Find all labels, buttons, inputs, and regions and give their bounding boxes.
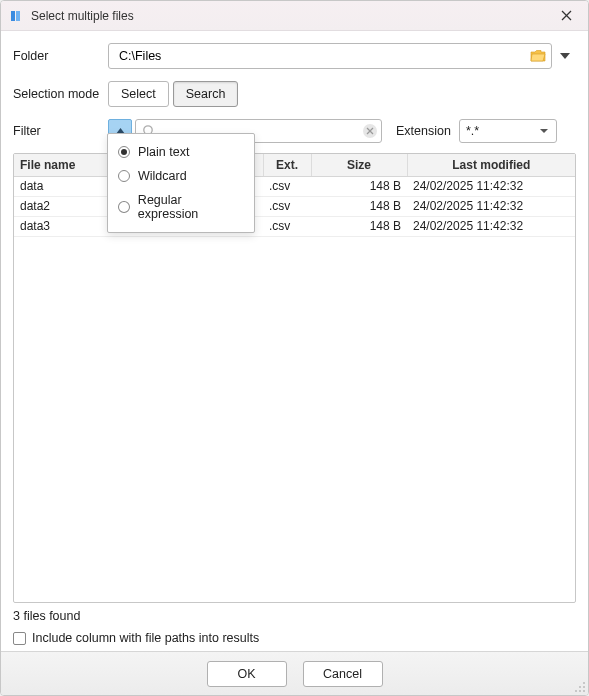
table-row[interactable]: data2 .csv 148 B 24/02/2025 11:42:32	[14, 196, 575, 216]
dialog-footer: OK Cancel	[1, 651, 588, 695]
selection-mode-search[interactable]: Search	[173, 81, 239, 107]
cell-ext: .csv	[263, 216, 311, 236]
filter-clear-icon[interactable]	[363, 124, 377, 138]
checkbox-icon	[13, 632, 26, 645]
status-text: 3 files found	[13, 609, 576, 623]
filter-option-label: Plain text	[138, 145, 189, 159]
filter-row: Filter Extension *.*	[13, 119, 576, 143]
window-title: Select multiple files	[31, 9, 552, 23]
selection-mode-select[interactable]: Select	[108, 81, 169, 107]
folder-browse-icon[interactable]	[529, 47, 547, 65]
selection-mode-buttons: Select Search	[108, 81, 238, 107]
table-row[interactable]: data3 .csv 148 B 24/02/2025 11:42:32	[14, 216, 575, 236]
include-paths-label: Include column with file paths into resu…	[32, 631, 259, 645]
filter-option-label: Regular expression	[138, 193, 244, 221]
cell-size: 148 B	[311, 216, 407, 236]
file-table-wrap: File name Ext. Size Last modified data .…	[13, 153, 576, 603]
ok-button[interactable]: OK	[207, 661, 287, 687]
cell-last-modified: 24/02/2025 11:42:32	[407, 176, 575, 196]
cell-ext: .csv	[263, 176, 311, 196]
col-ext[interactable]: Ext.	[263, 154, 311, 176]
extension-select[interactable]: *.*	[459, 119, 557, 143]
svg-point-8	[583, 682, 585, 684]
filter-option-wildcard[interactable]: Wildcard	[108, 164, 254, 188]
cell-size: 148 B	[311, 196, 407, 216]
radio-icon	[118, 170, 130, 182]
include-paths-checkbox[interactable]: Include column with file paths into resu…	[13, 631, 576, 645]
folder-input-wrap	[108, 43, 552, 69]
folder-menu-chevron[interactable]	[554, 53, 576, 59]
filter-option-plain-text[interactable]: Plain text	[108, 140, 254, 164]
table-row[interactable]: data .csv 148 B 24/02/2025 11:42:32	[14, 176, 575, 196]
svg-point-13	[583, 690, 585, 692]
cancel-button[interactable]: Cancel	[303, 661, 383, 687]
cell-ext: .csv	[263, 196, 311, 216]
extension-label: Extension	[396, 124, 451, 138]
dialog-window: Select multiple files Folder	[0, 0, 589, 696]
file-table-header-row: File name Ext. Size Last modified	[14, 154, 575, 176]
svg-rect-1	[16, 11, 20, 21]
filter-option-regex[interactable]: Regular expression	[108, 188, 254, 226]
svg-rect-0	[11, 11, 15, 21]
folder-input[interactable]	[117, 44, 527, 68]
selection-mode-label: Selection mode	[13, 87, 108, 101]
filter-type-popup: Plain text Wildcard Regular expression	[107, 133, 255, 233]
cell-size: 148 B	[311, 176, 407, 196]
svg-point-9	[579, 686, 581, 688]
radio-icon	[118, 146, 130, 158]
radio-icon	[118, 201, 130, 213]
dialog-body: Folder Selection mode Select Search	[1, 31, 588, 651]
col-size[interactable]: Size	[311, 154, 407, 176]
cell-last-modified: 24/02/2025 11:42:32	[407, 196, 575, 216]
svg-point-10	[583, 686, 585, 688]
svg-point-11	[575, 690, 577, 692]
cell-last-modified: 24/02/2025 11:42:32	[407, 216, 575, 236]
folder-row: Folder	[13, 43, 576, 69]
close-button[interactable]	[552, 5, 580, 27]
titlebar: Select multiple files	[1, 1, 588, 31]
resize-grip-icon[interactable]	[572, 679, 586, 693]
folder-label: Folder	[13, 49, 108, 63]
svg-point-12	[579, 690, 581, 692]
extension-value: *.*	[466, 124, 479, 138]
filter-option-label: Wildcard	[138, 169, 187, 183]
file-table: File name Ext. Size Last modified data .…	[14, 154, 575, 237]
col-last-modified[interactable]: Last modified	[407, 154, 575, 176]
filter-label: Filter	[13, 124, 108, 138]
selection-mode-row: Selection mode Select Search	[13, 81, 576, 107]
app-icon	[9, 8, 25, 24]
